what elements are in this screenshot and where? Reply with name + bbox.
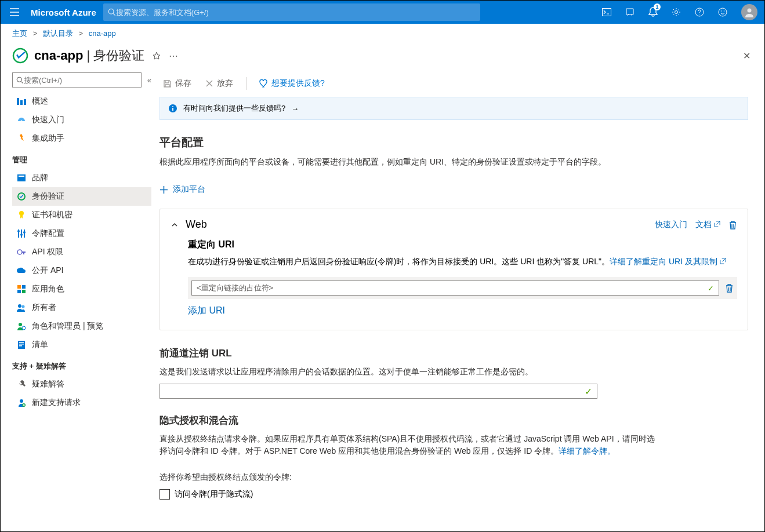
notification-badge: 1 — [654, 3, 661, 10]
global-search[interactable] — [103, 3, 480, 21]
nav-troubleshoot[interactable]: 疑难解答 — [12, 375, 151, 393]
nav-overview[interactable]: 概述 — [12, 92, 151, 111]
platform-config-title: 平台配置 — [159, 135, 748, 150]
redirect-uri-input[interactable]: <重定向链接的占位符> ✓ — [191, 280, 719, 296]
delete-web-icon[interactable] — [728, 220, 737, 229]
svg-point-5 — [721, 10, 722, 12]
collapse-sidebar-icon[interactable]: « — [147, 76, 151, 85]
logout-url-input[interactable]: ✓ — [159, 384, 597, 399]
banner-arrow-icon[interactable]: → — [291, 104, 299, 113]
nav-app-roles[interactable]: 应用角色 — [12, 280, 151, 298]
svg-point-29 — [18, 304, 21, 308]
nav-authentication[interactable]: 身份验证 — [12, 187, 151, 206]
close-icon[interactable]: ✕ — [741, 48, 753, 64]
nav-brand[interactable]: 品牌 — [12, 169, 151, 187]
svg-point-4 — [719, 8, 727, 16]
svg-rect-12 — [24, 99, 26, 105]
breadcrumb: 主页 > 默认目录 > cna-app — [1, 24, 764, 43]
app-reg-icon — [12, 48, 28, 64]
svg-rect-15 — [19, 176, 24, 177]
search-icon — [108, 8, 116, 16]
global-search-input[interactable] — [116, 8, 476, 17]
nav-integration[interactable]: 集成助手 — [12, 129, 151, 148]
svg-point-2 — [675, 11, 678, 14]
svg-point-0 — [108, 9, 114, 14]
delete-uri-icon[interactable] — [725, 283, 734, 293]
svg-rect-1 — [603, 9, 611, 16]
directories-icon[interactable] — [618, 1, 641, 24]
svg-point-22 — [20, 234, 23, 236]
web-title: Web — [186, 218, 207, 231]
svg-rect-35 — [19, 344, 24, 345]
web-docs-link[interactable]: 文档 — [695, 220, 720, 230]
feedback-button[interactable]: 想要提供反馈? — [255, 76, 329, 91]
feedback-icon[interactable] — [711, 1, 734, 24]
hamburger-menu[interactable] — [1, 1, 28, 24]
access-token-checkbox[interactable] — [159, 489, 170, 500]
svg-rect-34 — [19, 342, 24, 343]
svg-rect-11 — [20, 100, 23, 105]
nav-manifest[interactable]: 清单 — [12, 336, 151, 354]
search-icon — [16, 76, 24, 84]
svg-point-17 — [19, 211, 24, 216]
pin-icon[interactable] — [153, 52, 161, 60]
nav-roles-admins[interactable]: 角色和管理员 | 预览 — [12, 317, 151, 336]
svg-point-13 — [21, 121, 23, 122]
svg-point-23 — [23, 231, 26, 234]
redirect-learn-more-link[interactable]: 详细了解重定向 URI 及其限制 — [610, 257, 726, 266]
select-tokens-label: 选择你希望由授权终结点颁发的令牌: — [159, 471, 748, 483]
svg-rect-28 — [22, 290, 26, 293]
page-title: cna-app | 身份验证 — [34, 47, 144, 64]
settings-icon[interactable] — [665, 1, 688, 24]
svg-point-9 — [17, 77, 21, 82]
web-platform-card: Web 快速入门 文档 重定向 URI 在成功进行身份验证或注销用户后返回身份验… — [159, 209, 748, 330]
svg-rect-36 — [19, 345, 22, 347]
redirect-uri-desc: 在成功进行身份验证或注销用户后返回身份验证响应(令牌)时，将作为目标接受的 UR… — [188, 256, 737, 268]
svg-point-6 — [724, 10, 725, 12]
nav-section-manage: 管理 — [12, 148, 151, 169]
svg-point-37 — [20, 399, 23, 403]
user-avatar[interactable] — [741, 4, 757, 20]
discard-button[interactable]: 放弃 — [201, 76, 238, 91]
plus-icon — [159, 185, 168, 194]
nav-token-config[interactable]: 令牌配置 — [12, 224, 151, 243]
breadcrumb-home[interactable]: 主页 — [12, 29, 27, 38]
breadcrumb-app[interactable]: cna-app — [89, 29, 116, 38]
notifications-icon[interactable]: 1 — [641, 1, 665, 24]
nav-quickstart[interactable]: 快速入门 — [12, 111, 151, 129]
nav-certificates[interactable]: 证书和机密 — [12, 206, 151, 224]
add-platform-button[interactable]: 添加平台 — [159, 184, 205, 195]
web-quickstart-link[interactable]: 快速入门 — [655, 220, 687, 230]
more-icon[interactable]: ⋯ — [169, 50, 178, 61]
info-icon — [168, 104, 177, 113]
cloud-shell-icon[interactable] — [595, 1, 618, 24]
add-uri-link[interactable]: 添加 URI — [188, 305, 225, 315]
sidebar-search-input[interactable] — [24, 76, 137, 85]
svg-point-7 — [748, 9, 752, 13]
logout-url-title: 前通道注销 URL — [159, 347, 748, 360]
platform-config-desc: 根据此应用程序所面向的平台或设备，可能需要进行其他配置，例如重定向 URI、特定… — [159, 156, 748, 168]
save-button[interactable]: 保存 — [158, 76, 196, 91]
nav-owners[interactable]: 所有者 — [12, 298, 151, 317]
svg-point-30 — [22, 305, 25, 308]
brand-label: Microsoft Azure — [28, 8, 103, 17]
breadcrumb-dir[interactable]: 默认目录 — [43, 29, 73, 38]
svg-rect-25 — [17, 285, 21, 289]
svg-rect-14 — [17, 174, 26, 181]
nav-section-support: 支持 + 疑难解答 — [12, 354, 151, 375]
check-icon: ✓ — [585, 386, 592, 397]
sidebar-search[interactable] — [12, 72, 142, 88]
nav-new-support[interactable]: 新建支持请求 — [12, 393, 151, 412]
svg-rect-27 — [17, 290, 21, 293]
collapse-web-icon[interactable] — [171, 221, 179, 229]
help-icon[interactable] — [688, 1, 711, 24]
svg-point-24 — [17, 250, 22, 254]
svg-rect-26 — [22, 285, 26, 289]
feedback-banner: 有时间向我们提供一些反馈吗? → — [159, 97, 748, 120]
tokens-learn-more-link[interactable]: 详细了解令牌。 — [559, 446, 615, 456]
nav-api-permissions[interactable]: API 权限 — [12, 243, 151, 261]
nav-expose-api[interactable]: 公开 API — [12, 261, 151, 280]
implicit-grant-title: 隐式授权和混合流 — [159, 414, 748, 427]
logout-url-desc: 这是我们发送请求以让应用程序清除用户的会话数据的位置。这对于使单一注销能够正常工… — [159, 366, 748, 378]
svg-point-31 — [19, 323, 22, 326]
